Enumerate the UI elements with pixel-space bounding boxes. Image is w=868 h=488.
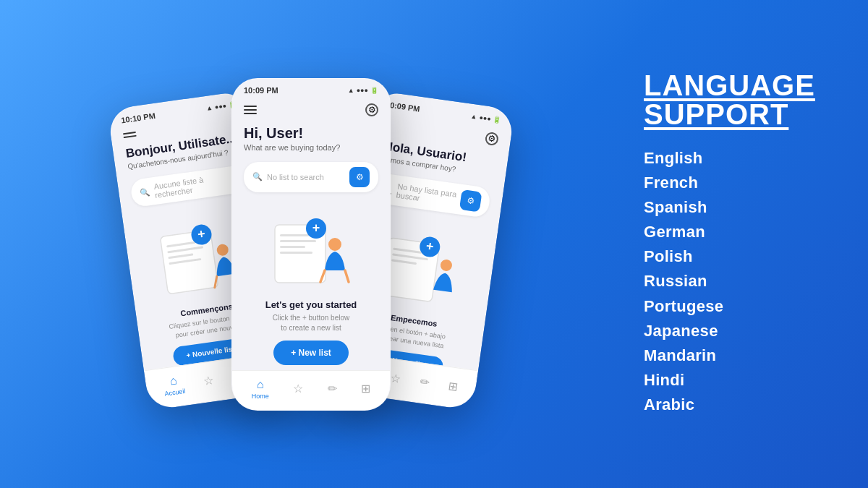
home-icon-center: ⌂ [257,378,264,391]
nav-grid-center[interactable]: ⊞ [361,382,370,395]
svg-point-15 [328,238,341,251]
gear-icon-center[interactable]: ⚙ [365,103,378,116]
home-icon-left: ⌂ [169,374,178,388]
nav-home-label-left: Accueil [164,387,186,397]
search-icon-left: 🔍 [140,187,151,197]
nav-pencil-right[interactable]: ✏ [419,374,430,389]
status-icons-right: ▲ ●●● 🔋 [470,112,501,124]
phones-area: 10:10 PM ▲ ●●● 🔋 Bonjour, Utilisate... Q… [0,0,622,488]
nav-home-left[interactable]: ⌂ Accueil [162,372,186,397]
empty-title-center: Let's get you started [244,299,378,310]
hamburger-icon-center[interactable] [244,106,257,114]
phone-header-center: ⚙ [232,98,390,121]
status-icons-center: ▲ ●●● 🔋 [348,87,378,94]
svg-rect-11 [280,246,305,248]
pencil-icon-center: ✏ [328,382,337,395]
new-list-btn-center[interactable]: + New list [273,341,349,365]
bottom-nav-center: ⌂ Home ☆ ✏ ⊞ [232,370,390,410]
grid-icon-right: ⊞ [448,378,459,393]
gear-icon-right[interactable]: ⚙ [485,131,499,145]
search-placeholder-left: Aucune liste à rechercher [153,170,239,199]
svg-point-7 [216,243,229,256]
svg-rect-10 [280,240,316,242]
empty-subtitle-center: Click the + button belowto create a new … [244,313,378,333]
pencil-icon-right: ✏ [419,374,430,389]
language-support-title: LANGUAGE SUPPORT [644,71,832,129]
language-item-7: Japanese [644,319,832,343]
time-center: 10:09 PM [244,86,278,95]
nav-star-left[interactable]: ☆ [202,372,214,388]
hamburger-icon-left[interactable] [123,131,137,137]
search-bar-center[interactable]: 🔍 No list to search ⚙ [244,162,378,192]
language-item-2: Spanish [644,195,832,220]
nav-home-center[interactable]: ⌂ Home [252,378,269,400]
language-item-6: Portugese [644,294,832,319]
search-icon-center: 🔍 [252,172,263,181]
search-placeholder-center: No list to search [267,173,345,181]
phone-english: 10:09 PM ▲ ●●● 🔋 ⚙ Hi, User! What are we… [231,78,391,411]
language-item-5: Russian [644,269,832,294]
language-item-8: Mandarin [644,343,832,368]
greeting-center: Hi, User! What are we buying today? [232,121,390,156]
star-icon-left: ☆ [202,372,214,388]
nav-star-right[interactable]: ☆ [389,370,401,385]
nav-grid-right[interactable]: ⊞ [448,378,459,393]
language-item-4: Polish [644,244,832,269]
language-item-9: Hindi [644,368,832,393]
svg-rect-12 [280,252,312,254]
language-item-0: English [644,146,832,171]
filter-btn-right[interactable]: ⚙ [459,189,482,212]
svg-rect-9 [280,234,309,236]
language-panel: LANGUAGE SUPPORT EnglishFrenchSpanishGer… [622,0,868,488]
empty-state-center: Let's get you started Click the + button… [232,299,390,333]
language-item-1: French [644,171,832,195]
greeting-title-center: Hi, User! [244,125,378,142]
language-item-10: Arabic [644,393,832,417]
star-icon-center: ☆ [293,382,303,395]
search-placeholder-right: No hay lista para buscar [396,181,458,207]
filter-btn-center[interactable]: ⚙ [349,167,370,187]
nav-pencil-center[interactable]: ✏ [328,382,337,395]
language-item-3: German [644,220,832,244]
nav-home-label-center: Home [252,393,269,400]
status-bar-center: 10:09 PM ▲ ●●● 🔋 [232,79,390,98]
time-left: 10:10 PM [121,111,156,124]
greeting-subtitle-center: What are we buying today? [244,143,378,152]
svg-text:+: + [312,221,320,235]
illustration-center: + [232,198,390,299]
nav-star-center[interactable]: ☆ [293,382,303,395]
svg-point-22 [439,258,452,271]
language-list: EnglishFrenchSpanishGermanPolishRussianP… [644,146,832,417]
star-icon-right: ☆ [389,370,401,385]
grid-icon-center: ⊞ [361,382,370,395]
